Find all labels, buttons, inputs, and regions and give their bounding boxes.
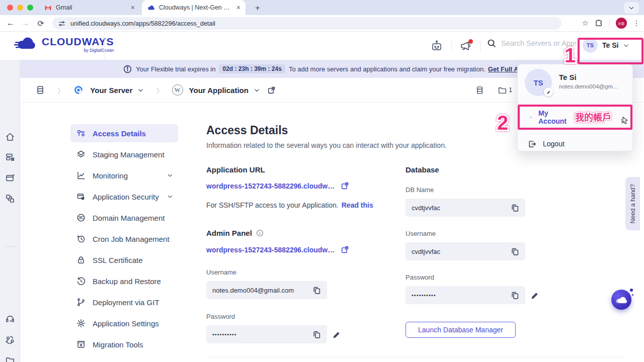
logout-menu-item[interactable]: Logout [518, 133, 632, 155]
edit-db-password-icon[interactable] [530, 291, 539, 300]
step2-number: 2 [494, 110, 518, 136]
nav-item-application-settings[interactable]: Application Settings [70, 314, 178, 332]
server-stack-icon[interactable] [35, 85, 45, 95]
user-dropdown-menu: TS Te Si notes.demo004@gm… My Account 我的… [517, 64, 633, 151]
application-selector-label[interactable]: Your Application [189, 86, 249, 95]
mac-zoom-button[interactable] [27, 5, 33, 11]
nav-item-backup-and-restore[interactable]: Backup and Restore [70, 272, 178, 290]
nav-label: Domain Management [93, 214, 165, 222]
app-shield-icon [76, 192, 86, 201]
chat-widget-button[interactable] [611, 290, 631, 310]
new-tab-button[interactable]: + [252, 2, 264, 14]
db-username-label: Username [406, 230, 436, 237]
edit-avatar-icon[interactable] [544, 87, 553, 97]
server-selector-label[interactable]: Your Server [90, 86, 132, 95]
nav-item-domain-management[interactable]: Domain Management [70, 209, 178, 227]
logout-label: Logout [543, 140, 565, 148]
my-account-menu-item[interactable]: My Account 我的帳戶 [518, 105, 632, 130]
tab-search-button[interactable] [624, 2, 639, 14]
my-account-zh-text: 我的帳戶 [575, 112, 611, 123]
copy-icon[interactable] [312, 330, 321, 339]
mac-close-button[interactable] [7, 5, 13, 11]
nav-item-application-security[interactable]: Application Security [70, 188, 178, 206]
digitalocean-icon [73, 84, 84, 96]
tab-cloudways[interactable]: Cloudways | Next-Gen Cloud × [142, 0, 246, 15]
tab-gmail-close-icon[interactable]: × [131, 4, 135, 12]
nav-item-migration-tools[interactable]: Migration Tools [70, 335, 178, 353]
cron-clock-icon [76, 234, 86, 243]
site-settings-icon [58, 20, 65, 27]
cloudways-logo[interactable]: CLOUDWAYS by DigitalOcean [14, 36, 114, 53]
support-headset-icon[interactable] [5, 314, 15, 324]
application-url-heading: Application URL [206, 165, 265, 174]
external-link-icon[interactable] [341, 182, 349, 190]
extensions-icon[interactable] [595, 19, 603, 28]
db-password-field: •••••••••• [406, 286, 525, 304]
tab-cloudways-close-icon[interactable]: × [236, 4, 240, 12]
browser-toolbar: ← → ⟳ ☆ 示範 ⋮ [0, 15, 644, 32]
external-link-icon[interactable] [341, 245, 349, 254]
tab-cloudways-label: Cloudways | Next-Gen Cloud [159, 4, 232, 11]
chevron-down-icon [167, 172, 173, 178]
copy-icon[interactable] [511, 291, 519, 300]
my-account-zh-annotation: 我的帳戶 [574, 110, 620, 124]
nav-item-ssl-certificate[interactable]: SSL Certificate [70, 251, 178, 269]
mac-minimize-button[interactable] [17, 5, 23, 11]
team-icon[interactable] [5, 335, 15, 345]
icon-rail [0, 60, 20, 362]
app-header: CLOUDWAYS by DigitalOcean TS Te Si [0, 32, 644, 60]
info-icon[interactable] [256, 229, 264, 237]
project-folder[interactable]: 1 [498, 85, 512, 95]
admin-password-label: Password [206, 313, 235, 320]
url-input[interactable] [70, 20, 523, 27]
nav-item-deployment-via-git[interactable]: Deployment via GIT [70, 293, 178, 311]
nav-label: Cron Job Management [93, 235, 170, 243]
rail-divider [4, 246, 16, 247]
logout-icon [528, 140, 536, 148]
admin-panel-link[interactable]: wordpress-1527243-5882296.cloudw… [206, 246, 335, 254]
servers-icon[interactable] [5, 152, 15, 162]
app-nav: Access Details Staging Management Monito… [70, 124, 178, 356]
application-url-link[interactable]: wordpress-1527243-5882296.cloudw… [206, 182, 335, 190]
copy-icon[interactable] [511, 247, 519, 256]
home-icon[interactable] [5, 132, 15, 142]
copy-icon[interactable] [511, 204, 519, 212]
copy-icon[interactable] [312, 286, 321, 295]
edit-password-icon[interactable] [332, 330, 341, 339]
nav-item-staging-management[interactable]: Staging Management [70, 145, 178, 163]
folder-icon[interactable] [5, 355, 15, 362]
chevron-down-icon[interactable] [137, 87, 144, 94]
address-bar[interactable] [52, 17, 561, 30]
browser-tabstrip: Gmail × Cloudways | Next-Gen Cloud × + [0, 0, 644, 15]
open-app-external-icon[interactable] [267, 86, 276, 95]
projects-icon[interactable] [5, 194, 15, 204]
wordpress-icon: W [172, 84, 183, 96]
chevron-down-icon[interactable] [254, 87, 260, 94]
step1-highlight-box [578, 38, 643, 64]
tab-gmail[interactable]: Gmail × [39, 0, 140, 15]
nav-item-access-details[interactable]: Access Details [70, 124, 178, 142]
page-subtitle: Information related to the several ways … [206, 141, 518, 149]
git-branch-icon [76, 298, 86, 307]
forward-button[interactable]: → [18, 19, 33, 28]
browser-menu-icon[interactable]: ⋮ [633, 19, 640, 27]
need-a-hand-tab[interactable]: Need a hand? [625, 177, 640, 230]
server-stack-icon[interactable] [475, 85, 485, 95]
restore-icon [76, 277, 86, 286]
launch-database-manager-button[interactable]: Launch Database Manager [406, 322, 516, 338]
gear-icon [76, 319, 86, 328]
browser-profile-avatar[interactable]: 示範 [616, 18, 627, 29]
nav-label: Monitoring [93, 171, 128, 180]
reload-button[interactable]: ⟳ [33, 19, 48, 28]
bookmark-star-icon[interactable]: ☆ [582, 19, 589, 28]
bot-assistant-icon[interactable] [430, 39, 443, 52]
read-this-link[interactable]: Read this [342, 201, 373, 209]
step1-number-text: 1 [565, 44, 576, 66]
nav-item-cron-job-management[interactable]: Cron Job Management [70, 230, 178, 248]
db-password-label: Password [406, 274, 434, 281]
chat-splash-dot [632, 294, 633, 296]
nav-item-monitoring[interactable]: Monitoring [70, 166, 178, 185]
database-heading: Database [406, 165, 439, 174]
back-button[interactable]: ← [3, 19, 18, 28]
applications-icon[interactable] [5, 173, 15, 183]
